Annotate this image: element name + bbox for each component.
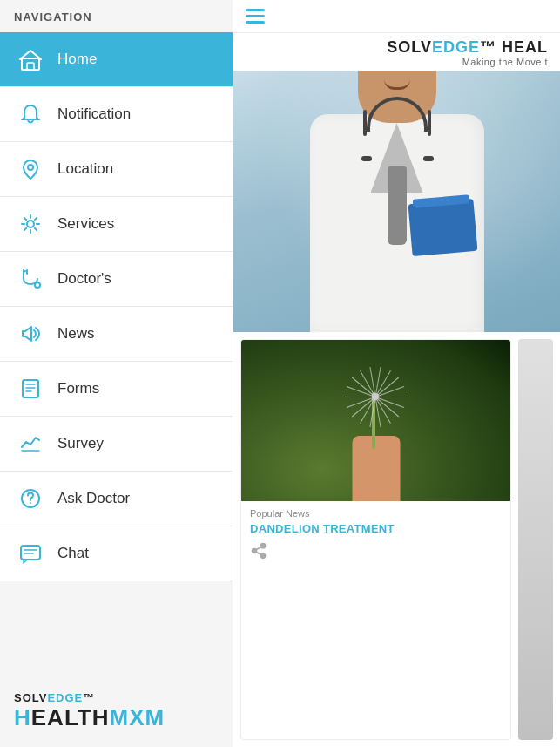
megaphone-icon <box>14 317 47 350</box>
svg-line-21 <box>256 547 261 549</box>
svg-rect-14 <box>21 546 40 560</box>
sidebar-item-home[interactable]: Home <box>0 32 233 87</box>
svg-rect-0 <box>22 58 39 70</box>
svg-point-4 <box>35 282 40 288</box>
sidebar-item-forms[interactable]: Forms <box>0 362 233 417</box>
sidebar-item-news-label: News <box>57 325 95 343</box>
nav-header: NAVIGATION <box>0 0 233 32</box>
sidebar-item-forms-label: Forms <box>57 380 99 397</box>
survey-icon <box>14 427 47 460</box>
svg-point-18 <box>253 549 257 553</box>
footer-logo-top: SOLVEDGE™ <box>14 691 219 704</box>
svg-point-17 <box>261 544 266 548</box>
sidebar-item-survey[interactable]: Survey <box>0 417 233 472</box>
sidebar-footer: SOLVEDGE™ HEALTHMXM <box>0 676 233 747</box>
card-title: DANDELION TREATMENT <box>250 522 502 535</box>
bell-icon <box>14 98 47 131</box>
sidebar-item-news[interactable]: News <box>0 307 233 362</box>
brand-header: SOLVEDGE™ HEAL Making the Move t <box>233 33 560 71</box>
forms-icon <box>14 372 47 405</box>
brand-tagline: Making the Move t <box>387 57 548 67</box>
hamburger-button[interactable] <box>246 9 265 24</box>
svg-rect-1 <box>27 63 34 70</box>
card-body: Popular News DANDELION TREATMENT <box>241 501 510 567</box>
content-grid: Popular News DANDELION TREATMENT <box>233 332 560 747</box>
svg-point-2 <box>28 165 33 170</box>
sidebar-item-chat[interactable]: Chat <box>0 526 233 581</box>
news-card-partial <box>518 339 553 740</box>
card-image-dandelion <box>241 340 510 501</box>
news-card-dandelion[interactable]: Popular News DANDELION TREATMENT <box>240 339 511 740</box>
stethoscope-icon <box>14 262 47 295</box>
share-icon[interactable] <box>250 542 502 560</box>
sidebar-item-location[interactable]: Location <box>0 142 233 197</box>
sidebar-item-location-label: Location <box>57 160 113 178</box>
svg-line-20 <box>256 552 261 554</box>
footer-logo-bottom: HEALTHMXM <box>14 704 219 731</box>
sidebar: NAVIGATION Home Notification <box>0 0 233 747</box>
svg-point-3 <box>27 221 34 227</box>
location-icon <box>14 153 47 186</box>
card-category: Popular News <box>250 508 502 519</box>
chat-icon <box>14 537 47 570</box>
svg-rect-7 <box>23 380 38 397</box>
sidebar-item-survey-label: Survey <box>57 435 104 452</box>
hero-image <box>233 71 560 332</box>
svg-point-19 <box>261 553 266 558</box>
sidebar-item-services[interactable]: Services <box>0 197 233 252</box>
sidebar-item-notification-label: Notification <box>57 105 131 123</box>
home-icon <box>14 43 47 76</box>
brand-name: SOLVEDGE™ HEAL Making the Move t <box>387 38 548 67</box>
sidebar-item-services-label: Services <box>57 215 114 233</box>
svg-point-13 <box>30 502 31 504</box>
question-icon <box>14 482 47 515</box>
sidebar-item-doctors[interactable]: Doctor's <box>0 252 233 307</box>
sidebar-item-notification[interactable]: Notification <box>0 87 233 142</box>
sidebar-item-doctors-label: Doctor's <box>57 270 111 288</box>
gear-icon <box>14 207 47 241</box>
sidebar-item-askdoctor-label: Ask Doctor <box>57 490 130 507</box>
sidebar-item-askdoctor[interactable]: Ask Doctor <box>0 472 233 526</box>
sidebar-item-chat-label: Chat <box>57 545 89 562</box>
top-bar <box>233 0 560 33</box>
main-content: SOLVEDGE™ HEAL Making the Move t <box>233 0 560 747</box>
sidebar-item-home-label: Home <box>57 51 97 68</box>
